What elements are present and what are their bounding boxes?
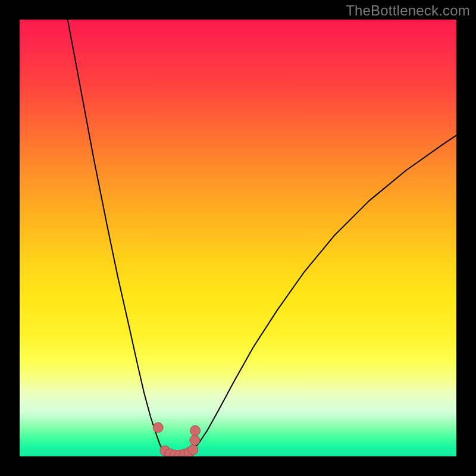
chart-svg <box>20 20 456 456</box>
chart-frame: TheBottleneck.com <box>0 0 476 476</box>
curve-lines <box>68 20 456 456</box>
watermark-text: TheBottleneck.com <box>346 2 470 19</box>
curve-left-branch <box>68 20 164 451</box>
marker-dot <box>188 444 198 455</box>
marker-dot <box>153 422 163 433</box>
marker-dots <box>153 422 200 456</box>
marker-dot <box>190 425 201 436</box>
curve-right-branch <box>192 136 456 452</box>
marker-dot <box>190 435 200 445</box>
plot-area <box>20 20 456 456</box>
